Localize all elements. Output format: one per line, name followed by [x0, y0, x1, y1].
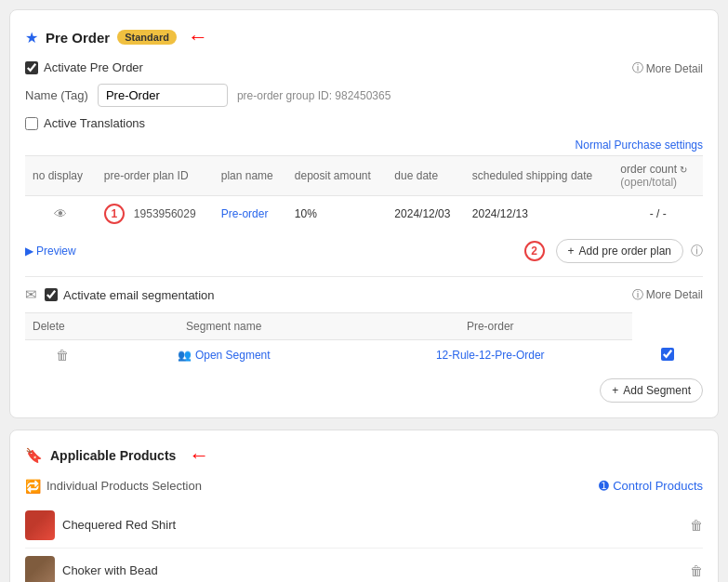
product-name-1: Chequered Red Shirt — [62, 518, 176, 532]
activate-email-seg-label[interactable]: Activate email segmentation — [45, 288, 215, 302]
col-plan-name: plan name — [214, 156, 287, 196]
annotation-arrow-2: ← — [189, 443, 209, 468]
deposit-value: 10% — [287, 196, 388, 232]
activate-pre-order-checkbox[interactable] — [25, 61, 38, 74]
col-order-count: order count ↻(open/total) — [613, 156, 703, 196]
add-segment-button[interactable]: + Add Segment — [600, 378, 703, 403]
tag-icon: 🔖 — [25, 447, 43, 464]
trash-icon-product-2[interactable]: 🗑 — [690, 563, 703, 578]
segment-table: Delete Segment name Pre-order 🗑 👥 — [25, 312, 703, 371]
trash-icon-product-1[interactable]: 🗑 — [690, 518, 703, 533]
shipping-date-value: 2024/12/13 — [465, 196, 614, 232]
activate-pre-order-label[interactable]: Activate Pre Order — [25, 60, 143, 74]
open-segment-text: Open Segment — [195, 349, 271, 362]
standard-badge: Standard — [117, 30, 177, 45]
group-id-label: pre-order group ID: 982450365 — [237, 89, 390, 102]
annotation-arrow-1: ← — [188, 25, 208, 49]
applicable-title: Applicable Products — [50, 448, 176, 463]
seg-col-name: Segment name — [99, 313, 349, 340]
users-icon: 👥 — [178, 349, 192, 362]
product-list: Chequered Red Shirt 🗑 Choker with Bead 🗑 — [25, 503, 703, 583]
help-icon: ⓘ — [691, 243, 703, 259]
segment-preorder-checkbox[interactable] — [661, 348, 674, 361]
product-name-2: Choker with Bead — [62, 563, 158, 577]
activate-pre-order-text: Activate Pre Order — [44, 60, 143, 74]
open-segment-link[interactable]: 👥 Open Segment — [109, 349, 339, 362]
individual-label: Individual Products Selection — [46, 479, 202, 493]
email-icon: ✉ — [25, 286, 37, 303]
normal-purchase-link[interactable]: Normal Purchase settings — [576, 139, 703, 152]
name-label: Name (Tag) — [25, 88, 88, 102]
product-thumb-1 — [25, 510, 55, 540]
control-products-link[interactable]: ➊ Control Products — [599, 479, 703, 493]
question-circle-icon-2: ⓘ — [632, 287, 643, 303]
active-translations-checkbox[interactable] — [25, 117, 38, 130]
col-due-date: due date — [387, 156, 464, 196]
plus-circle-icon: ➊ — [599, 479, 609, 493]
name-input[interactable] — [98, 84, 228, 107]
plus-icon-2: + — [612, 384, 618, 397]
pre-order-plans-table: no display pre-order plan ID plan name d… — [25, 155, 703, 231]
segment-row: 🗑 👥 Open Segment 12-Rule-12-Pre-Order — [25, 340, 703, 371]
email-more-detail-link[interactable]: ⓘ More Detail — [632, 287, 703, 303]
trash-icon[interactable]: 🗑 — [56, 348, 69, 363]
more-detail-text: More Detail — [646, 62, 703, 75]
plan-id-value: 1953956029 — [134, 207, 196, 220]
star-icon: ★ — [25, 29, 38, 46]
active-translations-text: Active Translations — [44, 116, 145, 130]
activate-email-seg-checkbox[interactable] — [45, 288, 58, 301]
circle-number-1: 1 — [104, 204, 125, 224]
seg-col-preorder: Pre-order — [349, 313, 633, 340]
col-shipping-date: scheduled shipping date — [465, 156, 614, 196]
order-count-value: - / - — [613, 196, 703, 232]
page-title: Pre Order — [46, 30, 110, 46]
preview-text: Preview — [36, 245, 76, 258]
email-more-detail-text: More Detail — [646, 288, 703, 301]
product-thumb-2 — [25, 556, 55, 583]
product-item-2: Choker with Bead 🗑 — [25, 549, 703, 583]
col-deposit: deposit amount — [287, 156, 388, 196]
activate-email-seg-text: Activate email segmentation — [63, 288, 215, 302]
table-row: 👁 1 1953956029 Pre-order 10% 2024/12/03 … — [25, 196, 703, 232]
circle-number-2: 2 — [524, 241, 545, 261]
seg-col-delete: Delete — [25, 313, 99, 340]
segment-rule-link[interactable]: 12-Rule-12-Pre-Order — [436, 349, 545, 362]
question-circle-icon: ⓘ — [632, 60, 643, 76]
refresh-icon: ↻ — [680, 165, 687, 175]
add-pre-order-plan-button[interactable]: + Add pre order plan — [556, 239, 683, 263]
col-no-display: no display — [25, 156, 97, 196]
due-date-value: 2024/12/03 — [387, 196, 464, 232]
individual-icon: 🔁 — [25, 479, 41, 494]
more-detail-link[interactable]: ⓘ More Detail — [632, 60, 703, 76]
add-segment-label: Add Segment — [623, 384, 691, 397]
plan-name-link[interactable]: Pre-order — [221, 207, 269, 220]
product-item-1: Chequered Red Shirt 🗑 — [25, 503, 703, 549]
add-plan-label: Add pre order plan — [579, 245, 671, 258]
control-products-text: Control Products — [613, 479, 703, 493]
preview-link[interactable]: ▶ Preview — [25, 245, 76, 258]
chevron-right-icon: ▶ — [25, 245, 33, 258]
col-plan-id: pre-order plan ID — [97, 156, 214, 196]
plus-icon: + — [568, 245, 575, 258]
active-translations-label[interactable]: Active Translations — [25, 116, 145, 130]
eye-icon[interactable]: 👁 — [54, 206, 67, 221]
